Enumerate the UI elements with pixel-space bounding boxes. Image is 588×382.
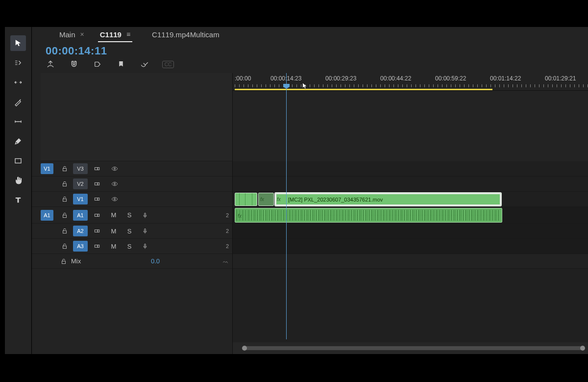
voiceover-icon[interactable] xyxy=(138,243,152,250)
tab-menu-icon[interactable]: ≡ xyxy=(126,30,130,38)
tab-readout: C1119.mp4Multicam xyxy=(138,30,220,39)
lock-icon[interactable] xyxy=(57,212,72,219)
automation-icon[interactable] xyxy=(218,258,233,265)
track-header-a2[interactable]: A2 M S 2 xyxy=(32,224,233,239)
track-target-v3[interactable]: V3 xyxy=(73,163,88,174)
svg-rect-2 xyxy=(95,168,98,170)
track-target-a1[interactable]: A1 xyxy=(73,210,88,221)
solo-toggle[interactable]: S xyxy=(122,243,137,250)
sync-lock-icon[interactable] xyxy=(89,196,105,203)
captions-toggle[interactable]: CC xyxy=(163,59,173,69)
work-area-bar[interactable] xyxy=(235,89,492,90)
toggle-output-icon[interactable] xyxy=(106,165,123,172)
track-target-a3[interactable]: A3 xyxy=(73,241,88,252)
lock-icon[interactable] xyxy=(56,258,71,265)
audio-clip-a1[interactable]: fx xyxy=(235,208,502,223)
svg-rect-5 xyxy=(63,183,67,186)
scrollbar-track[interactable] xyxy=(242,346,579,350)
lock-icon[interactable] xyxy=(57,196,72,203)
mute-toggle[interactable]: M xyxy=(106,211,121,219)
video-clip-segment[interactable] xyxy=(235,193,257,206)
horizontal-scrollbar[interactable] xyxy=(233,342,588,354)
track-header-v1[interactable]: V1 xyxy=(32,192,233,207)
svg-rect-25 xyxy=(62,261,66,263)
left-gutter xyxy=(0,27,5,354)
track-target-v1[interactable]: V1 xyxy=(73,194,88,204)
track-target-v2[interactable]: V2 xyxy=(73,178,88,189)
lock-icon[interactable] xyxy=(57,180,72,187)
insert-overwrite-icon[interactable] xyxy=(46,59,55,69)
sync-lock-icon[interactable] xyxy=(89,165,105,172)
svg-rect-10 xyxy=(95,198,98,201)
source-patch-empty[interactable] xyxy=(41,226,53,236)
toolbar xyxy=(5,27,32,354)
pen-tool[interactable] xyxy=(10,133,26,149)
sync-lock-icon[interactable] xyxy=(89,228,105,234)
mute-toggle[interactable]: M xyxy=(106,228,121,235)
mix-value[interactable]: 0.0 xyxy=(93,257,218,265)
svg-rect-9 xyxy=(63,199,67,201)
toggle-output-icon[interactable] xyxy=(106,196,123,203)
mute-toggle[interactable]: M xyxy=(106,243,121,250)
selection-tool[interactable] xyxy=(10,35,26,51)
hand-tool[interactable] xyxy=(10,173,26,188)
svg-point-8 xyxy=(114,183,116,185)
sync-lock-icon[interactable] xyxy=(89,243,105,250)
track-target-a2[interactable]: A2 xyxy=(73,226,88,236)
track-header-v2[interactable]: V2 xyxy=(32,177,233,192)
svg-rect-19 xyxy=(98,230,99,232)
playhead[interactable] xyxy=(286,73,287,339)
slip-tool[interactable] xyxy=(10,114,26,129)
source-patch-empty[interactable] xyxy=(41,241,53,252)
track-select-tool[interactable] xyxy=(10,55,26,71)
type-tool[interactable] xyxy=(10,192,26,208)
sync-lock-icon[interactable] xyxy=(89,212,105,219)
solo-toggle[interactable]: S xyxy=(122,228,137,235)
linked-selection-icon[interactable] xyxy=(93,59,102,69)
scrollbar-thumb[interactable] xyxy=(245,346,583,350)
voiceover-icon[interactable] xyxy=(138,212,152,219)
close-icon[interactable]: × xyxy=(80,30,84,38)
track-header-v3[interactable]: V1 V3 xyxy=(32,161,233,177)
timeline-area[interactable]: :00:0000:00:14:2300:00:29:2300:00:44:220… xyxy=(233,73,588,354)
scroll-handle-left[interactable] xyxy=(242,346,247,351)
lock-icon[interactable] xyxy=(57,228,72,234)
toggle-output-icon[interactable] xyxy=(106,180,123,187)
timeline-panel: Main × C1119 ≡ C1119.mp4Multicam 00:00:1… xyxy=(32,27,588,354)
add-marker-icon[interactable] xyxy=(116,59,126,69)
track-header-spacer xyxy=(41,73,233,161)
svg-rect-22 xyxy=(95,245,98,248)
tab-main[interactable]: Main × xyxy=(51,27,92,42)
source-patch-a1[interactable]: A1 xyxy=(41,210,53,221)
channel-count: 2 xyxy=(226,228,229,234)
video-clip-main[interactable]: fx [MC2] PXL_20230607_034357621.mov xyxy=(275,193,501,206)
svg-rect-14 xyxy=(95,214,98,216)
sync-lock-icon[interactable] xyxy=(89,180,105,187)
rectangle-tool[interactable] xyxy=(10,153,26,169)
source-patch-v1[interactable]: V1 xyxy=(41,163,53,174)
source-patch-empty xyxy=(41,256,53,267)
timeline-body: V1 V3 V2 V1 xyxy=(32,73,588,354)
track-header-mix[interactable]: Mix 0.0 xyxy=(32,254,233,269)
voiceover-icon[interactable] xyxy=(138,228,152,234)
svg-rect-18 xyxy=(95,230,98,232)
playhead-timecode[interactable]: 00:00:14:11 xyxy=(46,45,107,57)
scroll-handle-right[interactable] xyxy=(580,346,585,351)
snap-icon[interactable] xyxy=(69,59,79,69)
track-header-a3[interactable]: A3 M S 2 xyxy=(32,239,233,254)
tab-c1119[interactable]: C1119 ≡ xyxy=(92,27,138,42)
track-headers: V1 V3 V2 V1 xyxy=(32,73,233,354)
ripple-edit-tool[interactable] xyxy=(10,75,26,90)
lock-icon[interactable] xyxy=(57,243,72,250)
svg-rect-17 xyxy=(63,230,67,233)
letterbox-bottom xyxy=(0,354,588,382)
razor-tool[interactable] xyxy=(10,94,26,110)
app-frame: Main × C1119 ≡ C1119.mp4Multicam 00:00:1… xyxy=(0,27,588,354)
video-clip-thumb[interactable]: fx xyxy=(258,193,274,206)
source-patch-empty[interactable] xyxy=(41,178,53,189)
timeline-settings-icon[interactable] xyxy=(140,59,149,69)
lock-icon[interactable] xyxy=(57,165,72,172)
source-patch-empty[interactable] xyxy=(41,194,53,204)
track-header-a1[interactable]: A1 A1 M S 2 xyxy=(32,207,233,224)
solo-toggle[interactable]: S xyxy=(122,211,137,219)
